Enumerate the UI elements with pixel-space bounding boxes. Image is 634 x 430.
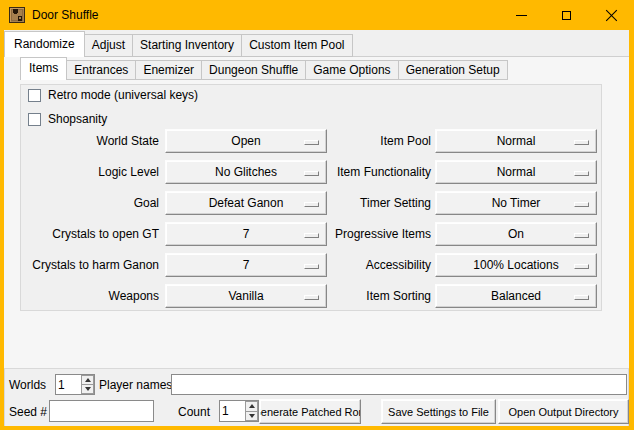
tab-dungeon-shuffle[interactable]: Dungeon Shuffle xyxy=(201,60,306,80)
retro-mode-checkbox[interactable] xyxy=(28,89,41,102)
bottom-bar: Worlds Player names Seed # Count Generat… xyxy=(4,368,629,426)
item-functionality-value: Normal xyxy=(497,165,536,179)
close-button[interactable] xyxy=(589,0,634,30)
tab-entrances[interactable]: Entrances xyxy=(66,60,136,80)
tab-starting-inventory[interactable]: Starting Inventory xyxy=(132,34,242,57)
item-functionality-label: Item Functionality xyxy=(255,160,431,184)
timer-setting-dropdown[interactable]: No Timer xyxy=(435,191,597,215)
minimize-button[interactable] xyxy=(499,0,544,30)
count-spinbox[interactable] xyxy=(219,400,259,422)
timer-setting-label: Timer Setting xyxy=(255,191,431,215)
tab-enemizer[interactable]: Enemizer xyxy=(135,60,202,80)
crystals-ganon-value: 7 xyxy=(243,258,250,272)
maximize-button[interactable] xyxy=(544,0,589,30)
accessibility-value: 100% Locations xyxy=(473,258,558,272)
save-settings-button[interactable]: Save Settings to File xyxy=(381,399,496,424)
maximize-icon xyxy=(562,11,571,20)
item-pool-dropdown[interactable]: Normal xyxy=(435,129,597,153)
option-row: Logic Level No Glitches Item Functionali… xyxy=(21,160,601,184)
app-icon xyxy=(9,7,25,23)
option-row: Crystals to harm Ganon 7 Accessibility 1… xyxy=(21,253,601,277)
close-icon xyxy=(605,9,618,22)
window-border xyxy=(0,30,4,430)
crystals-ganon-label: Crystals to harm Ganon xyxy=(21,253,159,277)
items-panel: Retro mode (universal keys) Shopsanity W… xyxy=(20,84,602,311)
spin-up-icon xyxy=(85,378,91,382)
item-sorting-value: Balanced xyxy=(491,289,541,303)
worlds-label: Worlds xyxy=(9,374,46,396)
window-title: Door Shuffle xyxy=(32,0,99,30)
crystals-gt-label: Crystals to open GT xyxy=(21,222,159,246)
generate-patched-rom-button[interactable]: Generate Patched Rom xyxy=(259,399,361,424)
seed-field[interactable] xyxy=(49,400,154,422)
accessibility-dropdown[interactable]: 100% Locations xyxy=(435,253,597,277)
progressive-items-label: Progressive Items xyxy=(255,222,431,246)
open-output-directory-button[interactable]: Open Output Directory xyxy=(498,399,629,424)
dropdown-indicator-icon xyxy=(574,140,589,145)
worlds-spin-down-button[interactable] xyxy=(81,384,94,394)
shopsanity-checkbox[interactable] xyxy=(28,113,41,126)
seed-input[interactable] xyxy=(50,401,153,421)
goal-label: Goal xyxy=(21,191,159,215)
progressive-items-dropdown[interactable]: On xyxy=(435,222,597,246)
player-names-input[interactable] xyxy=(172,375,626,394)
dropdown-indicator-icon xyxy=(574,171,589,176)
inner-tabs: Items Entrances Enemizer Dungeon Shuffle… xyxy=(20,57,507,80)
player-names-label: Player names xyxy=(99,374,172,396)
item-pool-label: Item Pool xyxy=(255,129,431,153)
tab-custom-item-pool[interactable]: Custom Item Pool xyxy=(241,34,352,57)
option-row: Crystals to open GT 7 Progressive Items … xyxy=(21,222,601,246)
accessibility-label: Accessibility xyxy=(255,253,431,277)
count-label: Count xyxy=(178,401,210,423)
door-shuffle-window: Door Shuffle Randomize Adjust Starting I… xyxy=(0,0,634,430)
dropdown-indicator-icon xyxy=(574,264,589,269)
window-border xyxy=(629,30,634,430)
count-input[interactable] xyxy=(220,401,245,421)
option-row: World State Open Item Pool Normal xyxy=(21,129,601,153)
player-names-field[interactable] xyxy=(171,374,627,395)
timer-setting-value: No Timer xyxy=(492,196,541,210)
item-sorting-dropdown[interactable]: Balanced xyxy=(435,284,597,308)
dropdown-indicator-icon xyxy=(574,295,589,300)
count-spin-down-button[interactable] xyxy=(245,411,258,422)
outer-tabs: Randomize Adjust Starting Inventory Cust… xyxy=(4,31,352,57)
window-border xyxy=(0,426,634,430)
tab-adjust[interactable]: Adjust xyxy=(84,34,133,57)
shopsanity-checkbox-row[interactable]: Shopsanity xyxy=(28,112,107,126)
logic-level-label: Logic Level xyxy=(21,160,159,184)
tab-generation-setup[interactable]: Generation Setup xyxy=(398,60,508,80)
dropdown-indicator-icon xyxy=(574,233,589,238)
option-row: Weapons Vanilla Item Sorting Balanced xyxy=(21,284,601,308)
shopsanity-label: Shopsanity xyxy=(48,113,107,126)
item-functionality-dropdown[interactable]: Normal xyxy=(435,160,597,184)
dropdown-indicator-icon xyxy=(574,202,589,207)
seed-label: Seed # xyxy=(9,401,47,423)
progressive-items-value: On xyxy=(508,227,524,241)
world-state-label: World State xyxy=(21,129,159,153)
spin-down-icon xyxy=(249,414,255,418)
retro-mode-checkbox-row[interactable]: Retro mode (universal keys) xyxy=(28,88,198,102)
titlebar[interactable]: Door Shuffle xyxy=(0,0,634,30)
retro-mode-label: Retro mode (universal keys) xyxy=(48,89,198,102)
spin-up-icon xyxy=(249,404,255,408)
tab-items[interactable]: Items xyxy=(20,57,67,80)
tab-game-options[interactable]: Game Options xyxy=(305,60,398,80)
tab-randomize[interactable]: Randomize xyxy=(4,31,85,57)
minimize-icon xyxy=(516,15,527,16)
option-row: Goal Defeat Ganon Timer Setting No Timer xyxy=(21,191,601,215)
spin-down-icon xyxy=(85,387,91,391)
weapons-label: Weapons xyxy=(21,284,159,308)
item-sorting-label: Item Sorting xyxy=(255,284,431,308)
worlds-input[interactable] xyxy=(56,375,81,394)
crystals-gt-value: 7 xyxy=(243,227,250,241)
worlds-spinbox[interactable] xyxy=(55,374,95,395)
item-pool-value: Normal xyxy=(497,134,536,148)
